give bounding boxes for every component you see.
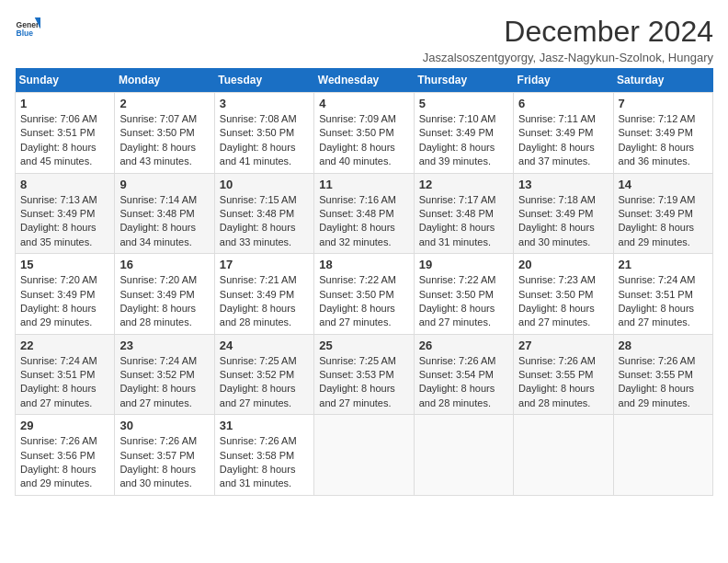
day-number: 12	[419, 178, 508, 191]
daylight-label: Daylight: 8 hours and 29 minutes.	[619, 222, 695, 247]
sunrise-label: Sunrise: 7:10 AM	[419, 113, 496, 124]
day-info: Sunrise: 7:10 AM Sunset: 3:49 PM Dayligh…	[419, 112, 508, 169]
calendar-cell: 30 Sunrise: 7:26 AM Sunset: 3:57 PM Dayl…	[115, 415, 214, 496]
calendar-cell: 15 Sunrise: 7:20 AM Sunset: 3:49 PM Dayl…	[16, 254, 115, 335]
daylight-label: Daylight: 8 hours and 40 minutes.	[319, 142, 395, 167]
day-info: Sunrise: 7:18 AM Sunset: 3:49 PM Dayligh…	[518, 193, 608, 250]
day-info: Sunrise: 7:07 AM Sunset: 3:50 PM Dayligh…	[119, 112, 209, 169]
sunset-label: Sunset: 3:54 PM	[419, 369, 494, 380]
day-number: 3	[220, 97, 309, 110]
calendar-cell: 17 Sunrise: 7:21 AM Sunset: 3:49 PM Dayl…	[214, 254, 313, 335]
daylight-label: Daylight: 8 hours and 29 minutes.	[20, 464, 97, 488]
sunset-label: Sunset: 3:51 PM	[619, 289, 693, 300]
day-info: Sunrise: 7:24 AM Sunset: 3:52 PM Dayligh…	[119, 354, 209, 411]
daylight-label: Daylight: 8 hours and 27 minutes.	[319, 383, 395, 408]
sunrise-label: Sunrise: 7:25 AM	[319, 355, 396, 366]
daylight-label: Daylight: 8 hours and 29 minutes.	[619, 383, 695, 408]
daylight-label: Daylight: 8 hours and 33 minutes.	[220, 222, 296, 247]
sunrise-label: Sunrise: 7:24 AM	[20, 355, 97, 366]
day-number: 22	[20, 339, 109, 352]
daylight-label: Daylight: 8 hours and 28 minutes.	[119, 303, 196, 327]
daylight-label: Daylight: 8 hours and 30 minutes.	[518, 222, 595, 247]
calendar-cell: 18 Sunrise: 7:22 AM Sunset: 3:50 PM Dayl…	[314, 254, 414, 335]
logo-icon: General Blue	[15, 15, 40, 40]
daylight-label: Daylight: 8 hours and 41 minutes.	[220, 142, 296, 167]
subtitle: Jaszalsoszentgyorgy, Jasz-Nagykun-Szolno…	[423, 51, 713, 64]
daylight-label: Daylight: 8 hours and 31 minutes.	[419, 222, 495, 247]
day-info: Sunrise: 7:23 AM Sunset: 3:50 PM Dayligh…	[518, 273, 608, 330]
daylight-label: Daylight: 8 hours and 43 minutes.	[119, 142, 196, 167]
calendar-cell: 28 Sunrise: 7:26 AM Sunset: 3:55 PM Dayl…	[613, 334, 712, 415]
sunset-label: Sunset: 3:56 PM	[20, 450, 95, 461]
calendar-cell: 10 Sunrise: 7:15 AM Sunset: 3:48 PM Dayl…	[214, 173, 313, 254]
calendar-cell: 19 Sunrise: 7:22 AM Sunset: 3:50 PM Dayl…	[414, 254, 513, 335]
day-number: 25	[319, 339, 408, 352]
day-number: 17	[220, 258, 309, 271]
daylight-label: Daylight: 8 hours and 27 minutes.	[419, 303, 495, 327]
day-info: Sunrise: 7:24 AM Sunset: 3:51 PM Dayligh…	[20, 354, 109, 411]
calendar-cell: 23 Sunrise: 7:24 AM Sunset: 3:52 PM Dayl…	[115, 334, 214, 415]
day-number: 16	[119, 258, 209, 271]
day-info: Sunrise: 7:26 AM Sunset: 3:57 PM Dayligh…	[119, 434, 209, 491]
day-header-thursday: Thursday	[414, 68, 513, 93]
day-info: Sunrise: 7:06 AM Sunset: 3:51 PM Dayligh…	[20, 112, 109, 169]
day-info: Sunrise: 7:08 AM Sunset: 3:50 PM Dayligh…	[220, 112, 309, 169]
calendar-cell: 4 Sunrise: 7:09 AM Sunset: 3:50 PM Dayli…	[314, 93, 414, 174]
day-number: 7	[619, 97, 708, 110]
sunset-label: Sunset: 3:49 PM	[20, 208, 95, 219]
calendar-cell: 25 Sunrise: 7:25 AM Sunset: 3:53 PM Dayl…	[314, 334, 414, 415]
day-number: 30	[119, 419, 209, 432]
day-info: Sunrise: 7:22 AM Sunset: 3:50 PM Dayligh…	[319, 273, 408, 330]
day-info: Sunrise: 7:09 AM Sunset: 3:50 PM Dayligh…	[319, 112, 408, 169]
calendar-cell: 1 Sunrise: 7:06 AM Sunset: 3:51 PM Dayli…	[16, 93, 115, 174]
day-info: Sunrise: 7:20 AM Sunset: 3:49 PM Dayligh…	[119, 273, 209, 330]
daylight-label: Daylight: 8 hours and 27 minutes.	[20, 383, 97, 408]
day-number: 28	[619, 339, 708, 352]
calendar-week-row: 8 Sunrise: 7:13 AM Sunset: 3:49 PM Dayli…	[16, 173, 713, 254]
sunrise-label: Sunrise: 7:24 AM	[119, 355, 197, 366]
calendar-week-row: 15 Sunrise: 7:20 AM Sunset: 3:49 PM Dayl…	[16, 254, 713, 335]
daylight-label: Daylight: 8 hours and 45 minutes.	[20, 142, 97, 167]
day-number: 8	[20, 178, 109, 191]
calendar-cell	[414, 415, 513, 496]
day-info: Sunrise: 7:24 AM Sunset: 3:51 PM Dayligh…	[619, 273, 708, 330]
day-number: 21	[619, 258, 708, 271]
sunrise-label: Sunrise: 7:18 AM	[518, 194, 596, 205]
sunrise-label: Sunrise: 7:17 AM	[419, 194, 496, 205]
day-info: Sunrise: 7:15 AM Sunset: 3:48 PM Dayligh…	[220, 193, 309, 250]
sunrise-label: Sunrise: 7:20 AM	[119, 274, 197, 285]
day-info: Sunrise: 7:26 AM Sunset: 3:54 PM Dayligh…	[419, 354, 508, 411]
sunset-label: Sunset: 3:50 PM	[220, 127, 294, 138]
day-number: 26	[419, 339, 508, 352]
day-info: Sunrise: 7:19 AM Sunset: 3:49 PM Dayligh…	[619, 193, 708, 250]
day-number: 23	[119, 339, 209, 352]
sunset-label: Sunset: 3:50 PM	[319, 127, 393, 138]
sunrise-label: Sunrise: 7:26 AM	[20, 435, 97, 446]
calendar-cell: 27 Sunrise: 7:26 AM Sunset: 3:55 PM Dayl…	[514, 334, 613, 415]
calendar-week-row: 1 Sunrise: 7:06 AM Sunset: 3:51 PM Dayli…	[16, 93, 713, 174]
day-info: Sunrise: 7:14 AM Sunset: 3:48 PM Dayligh…	[119, 193, 209, 250]
daylight-label: Daylight: 8 hours and 27 minutes.	[518, 303, 595, 327]
day-header-saturday: Saturday	[613, 68, 712, 93]
day-number: 10	[220, 178, 309, 191]
sunrise-label: Sunrise: 7:14 AM	[119, 194, 197, 205]
header: General Blue December 2024 Jaszalsoszent…	[15, 15, 713, 64]
day-number: 2	[119, 97, 209, 110]
sunrise-label: Sunrise: 7:25 AM	[220, 355, 297, 366]
calendar-cell: 26 Sunrise: 7:26 AM Sunset: 3:54 PM Dayl…	[414, 334, 513, 415]
sunset-label: Sunset: 3:52 PM	[220, 369, 294, 380]
logo: General Blue	[15, 15, 40, 40]
sunset-label: Sunset: 3:48 PM	[220, 208, 294, 219]
sunset-label: Sunset: 3:50 PM	[518, 289, 593, 300]
day-number: 14	[619, 178, 708, 191]
calendar-cell	[314, 415, 414, 496]
sunrise-label: Sunrise: 7:23 AM	[518, 274, 596, 285]
calendar-cell: 29 Sunrise: 7:26 AM Sunset: 3:56 PM Dayl…	[16, 415, 115, 496]
calendar-cell	[613, 415, 712, 496]
sunrise-label: Sunrise: 7:11 AM	[518, 113, 596, 124]
day-number: 15	[20, 258, 109, 271]
day-number: 5	[419, 97, 508, 110]
sunset-label: Sunset: 3:52 PM	[119, 369, 194, 380]
day-info: Sunrise: 7:25 AM Sunset: 3:53 PM Dayligh…	[319, 354, 408, 411]
sunset-label: Sunset: 3:49 PM	[619, 208, 693, 219]
